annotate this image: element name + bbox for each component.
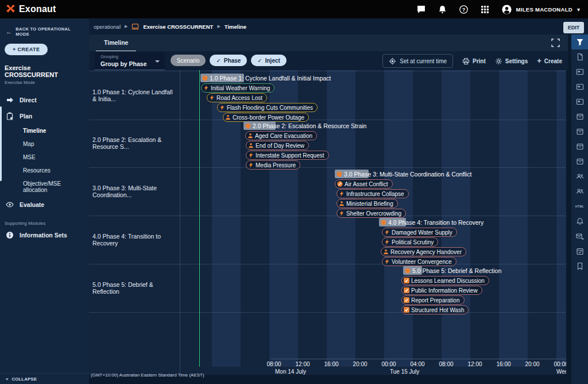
user-menu[interactable]: MILES MACDONALD ▾ [502,5,580,14]
calendar-check-icon[interactable] [571,244,588,259]
gear-icon [495,57,502,65]
plan-clipboard-icon [6,112,14,120]
apps-grid-icon[interactable] [481,5,489,14]
sidebar-item-evaluate[interactable]: Evaluate [0,197,89,213]
avatar [502,5,512,14]
sidebar-item-information-sets[interactable]: Information Sets [0,227,89,243]
card-icon[interactable] [571,64,588,79]
notifications-bell-icon[interactable] [438,5,447,14]
exonaut-logo-icon [6,5,16,14]
card-icon[interactable] [571,79,588,94]
axis-tick-label: 04:00 [410,361,424,367]
back-to-operational-mode[interactable]: ← BACK TO OPERATIONAL MODE [0,18,89,37]
inject-pill[interactable]: Road Access Lost [207,93,267,102]
print-button[interactable]: Print [462,57,486,65]
inject-pill[interactable]: Structured Hot Wash [401,305,469,314]
create-button[interactable]: + CREATE [5,44,48,55]
axis-tick-label: 16:00 [324,361,338,367]
axis-day-label: Tue 15 July [390,368,419,375]
chip-scenario[interactable]: Scenario [171,55,206,66]
inject-pill[interactable]: Air Asset Conflict [335,179,393,189]
printer-icon [462,57,470,65]
task-icon [404,307,409,313]
check-icon: ✓ [257,57,262,64]
check-icon: ✓ [216,57,220,64]
chevron-down-icon: ▾ [577,6,580,13]
set-at-current-time-button[interactable]: Set at current time [382,54,453,68]
axis-day-label: Wed 16 July [556,368,566,375]
phase-bar[interactable]: 3.0 Phase 3: Multi-State Coordination & … [336,170,471,178]
mail-icon[interactable] [571,229,588,244]
breadcrumb-exercise[interactable]: Exercise CROSSCURRENT [143,24,213,30]
axis-tick-label: 12:00 [295,361,310,367]
phase-bar[interactable]: 1.0 Phase 1: Cyclone Landfall & Initial … [202,74,331,82]
inject-label: End of Day Review [256,143,304,149]
sidebar-item-plan[interactable]: Plan [0,108,89,124]
settings-button[interactable]: Settings [495,57,528,65]
phase-bar[interactable]: 4.0 Phase 4: Transition to Recovery [381,218,483,226]
archive-icon[interactable] [571,124,588,139]
breadcrumb-operational[interactable]: operational [94,24,121,30]
tab-timeline[interactable]: Timeline [96,34,136,52]
inject-label: Road Access Lost [216,95,262,101]
people-icon[interactable] [571,169,588,184]
task-icon [404,287,409,293]
chat-icon[interactable] [417,5,425,14]
sidebar-item-mse[interactable]: MSE [0,151,89,164]
sidebar-item-map[interactable]: Map [0,137,89,151]
inject-pill[interactable]: Recovery Agency Handover [381,247,466,256]
inject-pill[interactable]: Report Preparation [401,295,465,305]
bell-icon[interactable] [571,214,588,229]
sidebar-item-direct[interactable]: Direct [0,92,89,108]
card-icon[interactable] [571,94,588,109]
grouping-select[interactable]: Grouping Group by Phase [95,52,165,70]
filter-icon[interactable] [571,34,588,49]
inject-pill[interactable]: Initial Weather Warning [201,83,274,93]
inject-pill[interactable]: Political Scrutiny [382,237,438,247]
collapse-sidebar-button[interactable]: « COLLAPSE [0,373,95,384]
create-inject-button[interactable]: + Create [537,58,562,64]
bolt-icon [248,152,254,158]
inject-pill[interactable]: Flash Flooding Cuts Communities [217,103,318,112]
phase-bar[interactable]: 5.0 Phase 5: Debrief & Reflection [405,266,501,275]
inject-pill[interactable]: Lessons Learned Discussion [401,276,489,285]
sidebar-item-timeline[interactable]: Timeline [0,124,89,137]
exercise-mode-label: Exercise Mode [5,80,84,85]
fullscreen-icon[interactable] [551,39,560,47]
task-icon [404,297,409,303]
inject-label: Damaged Water Supply [392,229,452,236]
inject-pill[interactable]: Damaged Water Supply [382,228,457,237]
inject-pill[interactable]: End of Day Review [246,141,309,150]
help-icon[interactable]: ? [459,5,468,14]
axis-tick-label: 12:00 [467,361,482,367]
edit-button[interactable]: EDIT [563,22,584,33]
phase-label: 2.0 Phase 2: Escalation & Resource Strai… [253,122,366,129]
document-icon[interactable] [571,49,588,64]
book-icon[interactable] [571,259,588,274]
sidebar-item-objective-mse-allocation[interactable]: Objective/MSE allocation [0,177,89,197]
chip-phase[interactable]: ✓Phase [210,55,247,66]
exonaut-logo: Exonaut [6,4,56,14]
html-icon[interactable]: HTML [571,199,588,214]
phase-label: 3.0 Phase 3: Multi-State Coordination & … [344,171,471,178]
breadcrumb-timeline[interactable]: Timeline [225,24,246,30]
people-icon[interactable] [571,184,588,199]
inject-pill[interactable]: Aged Care Evacuation [245,131,317,140]
type-filter-chips: Scenario✓Phase✓Inject [171,55,287,66]
sidebar-item-resources[interactable]: Resources [0,164,89,177]
inject-pill[interactable]: Public Information Review [401,286,482,295]
phase-bar[interactable]: 2.0 Phase 2: Escalation & Resource Strai… [245,121,366,130]
user-name: MILES MACDONALD [516,6,572,13]
chip-inject[interactable]: ✓Inject [251,55,287,66]
archive-icon[interactable] [571,139,588,154]
archive-icon[interactable] [571,109,588,124]
info-icon [6,231,14,239]
inject-pill[interactable]: Infrastructure Collapse [336,189,409,198]
timeline-row: 3.0 Phase 3: Multi-State Coordination...… [89,167,566,216]
supporting-modules-label: Supporting Modules [5,221,84,226]
inject-pill[interactable]: Interstate Support Request [246,151,329,160]
bolt-icon [209,95,215,101]
archive-icon[interactable] [571,154,588,169]
inject-pill[interactable]: Ministerial Briefing [336,199,398,208]
collapse-chevrons-icon: « [6,377,8,382]
